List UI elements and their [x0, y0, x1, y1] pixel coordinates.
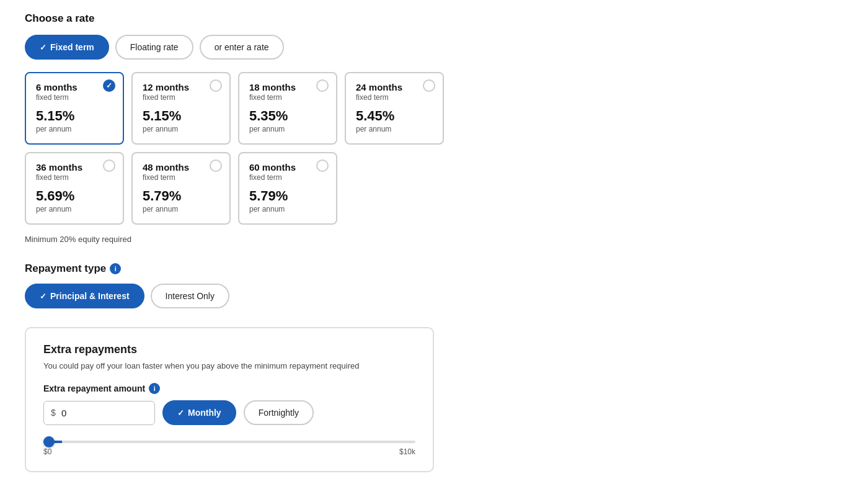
repayment-type-buttons: ✓ Principal & Interest Interest Only	[25, 284, 843, 308]
card-6mo-rate: 5.15%	[36, 108, 113, 124]
card-60mo-rate: 5.79%	[249, 188, 326, 204]
radio-12mo	[210, 79, 222, 92]
term-cards-row1: 6 months fixed term 5.15% per annum 12 m…	[25, 72, 843, 145]
card-12mo-rate: 5.15%	[143, 108, 219, 124]
equity-note: Minimum 20% equity required	[25, 235, 843, 244]
rate-type-buttons: ✓ Fixed term Floating rate or enter a ra…	[25, 35, 843, 60]
card-60mo-label: fixed term	[249, 173, 326, 182]
repayment-info-icon[interactable]: i	[110, 263, 121, 274]
card-24mo-label: fixed term	[356, 93, 433, 102]
card-18mo-pa: per annum	[249, 125, 326, 133]
slider-container: $0 $10k	[43, 435, 415, 456]
extra-amount-input[interactable]	[43, 401, 155, 425]
radio-6mo	[103, 79, 115, 92]
card-24mo-pa: per annum	[356, 125, 433, 133]
card-18mo-label: fixed term	[249, 93, 326, 102]
pi-check-icon: ✓	[40, 292, 46, 301]
radio-36mo	[103, 159, 115, 172]
card-36mo-rate: 5.69%	[36, 188, 113, 204]
extra-amount-label: Extra repayment amount i	[43, 383, 415, 394]
card-24mo-months: 24 months	[356, 82, 433, 92]
fortnightly-button[interactable]: Fortnightly	[244, 400, 314, 425]
term-card-6mo[interactable]: 6 months fixed term 5.15% per annum	[25, 72, 124, 145]
slider-max-label: $10k	[399, 447, 415, 456]
term-card-36mo[interactable]: 36 months fixed term 5.69% per annum	[25, 152, 124, 225]
card-36mo-pa: per annum	[36, 205, 113, 213]
card-18mo-rate: 5.35%	[249, 108, 326, 124]
card-6mo-months: 6 months	[36, 82, 113, 92]
card-60mo-months: 60 months	[249, 162, 326, 173]
enter-rate-label: or enter a rate	[215, 42, 269, 52]
card-36mo-months: 36 months	[36, 162, 113, 173]
repayment-title: Repayment type i	[25, 262, 843, 275]
term-card-12mo[interactable]: 12 months fixed term 5.15% per annum	[131, 72, 231, 145]
card-48mo-rate: 5.79%	[143, 188, 219, 204]
term-card-60mo[interactable]: 60 months fixed term 5.79% per annum	[238, 152, 337, 225]
card-12mo-pa: per annum	[143, 125, 219, 133]
radio-48mo	[210, 159, 222, 172]
principal-interest-label: Principal & Interest	[50, 291, 130, 301]
card-24mo-rate: 5.45%	[356, 108, 433, 124]
choose-rate-section: Choose a rate ✓ Fixed term Floating rate…	[25, 12, 843, 244]
card-6mo-label: fixed term	[36, 93, 113, 102]
card-12mo-months: 12 months	[143, 82, 219, 92]
extra-amount-row: $ ✓ Monthly Fortnightly	[43, 400, 415, 425]
card-36mo-label: fixed term	[36, 173, 113, 182]
radio-24mo	[423, 79, 435, 92]
fortnightly-label: Fortnightly	[259, 408, 299, 418]
extra-amount-info-icon[interactable]: i	[149, 383, 160, 394]
card-48mo-label: fixed term	[143, 173, 219, 182]
card-48mo-months: 48 months	[143, 162, 219, 173]
slider-min-label: $0	[43, 447, 51, 456]
fixed-term-button[interactable]: ✓ Fixed term	[25, 35, 109, 60]
interest-only-button[interactable]: Interest Only	[151, 284, 229, 308]
card-6mo-pa: per annum	[36, 125, 113, 133]
extra-repayments-title: Extra repayments	[43, 343, 415, 356]
radio-60mo	[316, 159, 329, 172]
repayment-section: Repayment type i ✓ Principal & Interest …	[25, 262, 843, 308]
slider-labels: $0 $10k	[43, 447, 415, 456]
term-card-18mo[interactable]: 18 months fixed term 5.35% per annum	[238, 72, 337, 145]
term-card-24mo[interactable]: 24 months fixed term 5.45% per annum	[345, 72, 444, 145]
card-18mo-months: 18 months	[249, 82, 326, 92]
principal-interest-button[interactable]: ✓ Principal & Interest	[25, 284, 144, 308]
choose-rate-title: Choose a rate	[25, 12, 843, 25]
card-48mo-pa: per annum	[143, 205, 219, 213]
monthly-button[interactable]: ✓ Monthly	[162, 400, 236, 425]
amount-input-wrapper: $	[43, 401, 155, 425]
card-12mo-label: fixed term	[143, 93, 219, 102]
interest-only-label: Interest Only	[166, 291, 215, 301]
radio-18mo	[316, 79, 329, 92]
extra-amount-slider[interactable]	[43, 441, 415, 443]
floating-rate-button[interactable]: Floating rate	[115, 35, 193, 60]
extra-repayments-card: Extra repayments You could pay off your …	[25, 327, 434, 472]
term-card-48mo[interactable]: 48 months fixed term 5.79% per annum	[131, 152, 231, 225]
monthly-label: Monthly	[188, 408, 221, 418]
repayment-title-text: Repayment type	[25, 262, 106, 275]
card-60mo-pa: per annum	[249, 205, 326, 213]
monthly-check-icon: ✓	[177, 408, 184, 418]
extra-repayments-desc: You could pay off your loan faster when …	[43, 361, 415, 370]
extra-amount-label-text: Extra repayment amount	[43, 384, 145, 393]
enter-rate-button[interactable]: or enter a rate	[200, 35, 284, 60]
fixed-term-label: Fixed term	[50, 42, 94, 52]
term-cards-row2: 36 months fixed term 5.69% per annum 48 …	[25, 152, 843, 225]
floating-rate-label: Floating rate	[130, 42, 179, 52]
check-icon: ✓	[40, 43, 46, 52]
